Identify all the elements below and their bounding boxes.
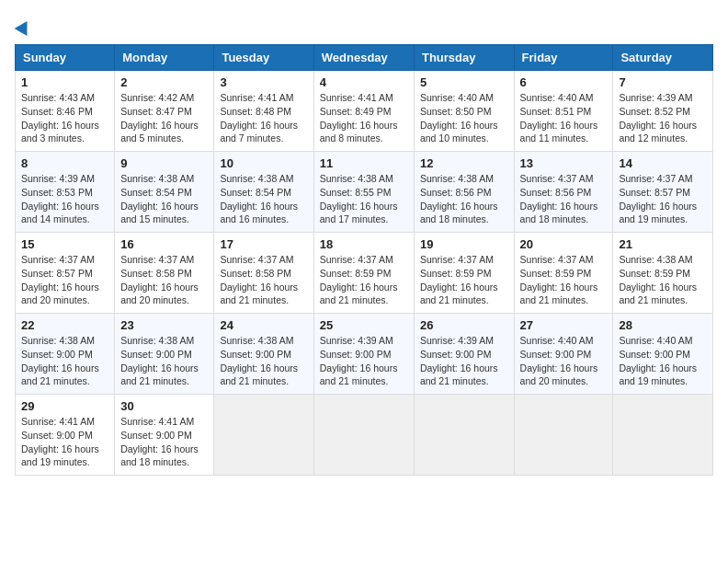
day-number: 1 <box>21 75 108 89</box>
calendar-day-cell <box>414 395 514 476</box>
calendar-header-wednesday: Wednesday <box>313 45 414 71</box>
day-info: Sunrise: 4:40 AMSunset: 9:00 PMDaylight:… <box>619 334 707 388</box>
calendar-day-cell: 13Sunrise: 4:37 AMSunset: 8:56 PMDayligh… <box>514 152 613 233</box>
day-number: 24 <box>220 318 307 332</box>
day-number: 8 <box>21 156 108 170</box>
calendar-week-1: 1Sunrise: 4:43 AMSunset: 8:46 PMDaylight… <box>16 71 713 152</box>
calendar-week-4: 22Sunrise: 4:38 AMSunset: 9:00 PMDayligh… <box>16 314 713 395</box>
day-info: Sunrise: 4:37 AMSunset: 8:59 PMDaylight:… <box>520 253 608 307</box>
calendar-week-2: 8Sunrise: 4:39 AMSunset: 8:53 PMDaylight… <box>16 152 713 233</box>
calendar-day-cell: 3Sunrise: 4:41 AMSunset: 8:48 PMDaylight… <box>214 71 313 152</box>
day-number: 11 <box>320 156 408 170</box>
calendar-day-cell <box>214 395 313 476</box>
day-number: 12 <box>420 156 508 170</box>
day-info: Sunrise: 4:38 AMSunset: 8:59 PMDaylight:… <box>619 253 707 307</box>
calendar-day-cell: 17Sunrise: 4:37 AMSunset: 8:58 PMDayligh… <box>214 233 313 314</box>
calendar-header-tuesday: Tuesday <box>214 45 313 71</box>
calendar-day-cell: 2Sunrise: 4:42 AMSunset: 8:47 PMDaylight… <box>115 71 214 152</box>
day-info: Sunrise: 4:42 AMSunset: 8:47 PMDaylight:… <box>120 91 208 145</box>
calendar-day-cell <box>613 395 713 476</box>
day-number: 17 <box>220 237 307 251</box>
page-header <box>15 15 713 37</box>
day-number: 14 <box>619 156 707 170</box>
calendar-day-cell: 26Sunrise: 4:39 AMSunset: 9:00 PMDayligh… <box>414 314 514 395</box>
day-info: Sunrise: 4:40 AMSunset: 8:50 PMDaylight:… <box>420 91 508 145</box>
day-number: 6 <box>520 75 608 89</box>
calendar-day-cell: 23Sunrise: 4:38 AMSunset: 9:00 PMDayligh… <box>115 314 214 395</box>
day-number: 18 <box>320 237 408 251</box>
calendar-day-cell: 5Sunrise: 4:40 AMSunset: 8:50 PMDaylight… <box>414 71 514 152</box>
calendar-week-3: 15Sunrise: 4:37 AMSunset: 8:57 PMDayligh… <box>16 233 713 314</box>
day-number: 19 <box>420 237 508 251</box>
calendar-header-monday: Monday <box>115 45 214 71</box>
day-number: 29 <box>21 399 108 413</box>
day-number: 30 <box>120 399 208 413</box>
day-info: Sunrise: 4:38 AMSunset: 9:00 PMDaylight:… <box>220 334 307 388</box>
day-info: Sunrise: 4:40 AMSunset: 8:51 PMDaylight:… <box>520 91 608 145</box>
day-info: Sunrise: 4:39 AMSunset: 9:00 PMDaylight:… <box>320 334 408 388</box>
day-info: Sunrise: 4:39 AMSunset: 9:00 PMDaylight:… <box>420 334 508 388</box>
day-info: Sunrise: 4:41 AMSunset: 9:00 PMDaylight:… <box>21 415 108 469</box>
calendar-day-cell: 6Sunrise: 4:40 AMSunset: 8:51 PMDaylight… <box>514 71 613 152</box>
day-info: Sunrise: 4:37 AMSunset: 8:59 PMDaylight:… <box>320 253 408 307</box>
day-info: Sunrise: 4:41 AMSunset: 8:48 PMDaylight:… <box>220 91 307 145</box>
calendar-day-cell: 27Sunrise: 4:40 AMSunset: 9:00 PMDayligh… <box>514 314 613 395</box>
day-info: Sunrise: 4:37 AMSunset: 8:57 PMDaylight:… <box>619 172 707 226</box>
day-info: Sunrise: 4:38 AMSunset: 9:00 PMDaylight:… <box>120 334 208 388</box>
day-info: Sunrise: 4:39 AMSunset: 8:52 PMDaylight:… <box>619 91 707 145</box>
day-number: 22 <box>21 318 108 332</box>
day-info: Sunrise: 4:37 AMSunset: 8:58 PMDaylight:… <box>120 253 208 307</box>
calendar-day-cell: 18Sunrise: 4:37 AMSunset: 8:59 PMDayligh… <box>313 233 414 314</box>
calendar-day-cell: 28Sunrise: 4:40 AMSunset: 9:00 PMDayligh… <box>613 314 713 395</box>
calendar-day-cell: 9Sunrise: 4:38 AMSunset: 8:54 PMDaylight… <box>115 152 214 233</box>
day-number: 15 <box>21 237 108 251</box>
day-info: Sunrise: 4:37 AMSunset: 8:57 PMDaylight:… <box>21 253 108 307</box>
day-number: 23 <box>120 318 208 332</box>
calendar-day-cell: 21Sunrise: 4:38 AMSunset: 8:59 PMDayligh… <box>613 233 713 314</box>
day-info: Sunrise: 4:40 AMSunset: 9:00 PMDaylight:… <box>520 334 608 388</box>
day-number: 2 <box>120 75 208 89</box>
day-number: 28 <box>619 318 707 332</box>
day-info: Sunrise: 4:38 AMSunset: 8:54 PMDaylight:… <box>220 172 307 226</box>
calendar-header-row: SundayMondayTuesdayWednesdayThursdayFrid… <box>16 45 713 71</box>
calendar-day-cell: 24Sunrise: 4:38 AMSunset: 9:00 PMDayligh… <box>214 314 313 395</box>
day-info: Sunrise: 4:38 AMSunset: 8:55 PMDaylight:… <box>320 172 408 226</box>
day-info: Sunrise: 4:41 AMSunset: 8:49 PMDaylight:… <box>320 91 408 145</box>
calendar-table: SundayMondayTuesdayWednesdayThursdayFrid… <box>15 44 713 476</box>
calendar-day-cell: 29Sunrise: 4:41 AMSunset: 9:00 PMDayligh… <box>16 395 115 476</box>
day-number: 27 <box>520 318 608 332</box>
day-info: Sunrise: 4:37 AMSunset: 8:58 PMDaylight:… <box>220 253 307 307</box>
day-info: Sunrise: 4:41 AMSunset: 9:00 PMDaylight:… <box>120 415 208 469</box>
day-number: 10 <box>220 156 307 170</box>
day-info: Sunrise: 4:39 AMSunset: 8:53 PMDaylight:… <box>21 172 108 226</box>
calendar-day-cell: 15Sunrise: 4:37 AMSunset: 8:57 PMDayligh… <box>16 233 115 314</box>
day-number: 9 <box>120 156 208 170</box>
day-info: Sunrise: 4:38 AMSunset: 8:56 PMDaylight:… <box>420 172 508 226</box>
calendar-day-cell: 30Sunrise: 4:41 AMSunset: 9:00 PMDayligh… <box>115 395 214 476</box>
calendar-header-thursday: Thursday <box>414 45 514 71</box>
calendar-day-cell: 7Sunrise: 4:39 AMSunset: 8:52 PMDaylight… <box>613 71 713 152</box>
calendar-day-cell: 20Sunrise: 4:37 AMSunset: 8:59 PMDayligh… <box>514 233 613 314</box>
calendar-day-cell: 16Sunrise: 4:37 AMSunset: 8:58 PMDayligh… <box>115 233 214 314</box>
day-number: 4 <box>320 75 408 89</box>
calendar-day-cell: 14Sunrise: 4:37 AMSunset: 8:57 PMDayligh… <box>613 152 713 233</box>
calendar-day-cell <box>313 395 414 476</box>
calendar-header-sunday: Sunday <box>16 45 115 71</box>
calendar-day-cell: 25Sunrise: 4:39 AMSunset: 9:00 PMDayligh… <box>313 314 414 395</box>
day-number: 3 <box>220 75 307 89</box>
day-number: 25 <box>320 318 408 332</box>
day-info: Sunrise: 4:38 AMSunset: 8:54 PMDaylight:… <box>120 172 208 226</box>
day-info: Sunrise: 4:37 AMSunset: 8:59 PMDaylight:… <box>420 253 508 307</box>
day-number: 21 <box>619 237 707 251</box>
calendar-day-cell <box>514 395 613 476</box>
calendar-day-cell: 8Sunrise: 4:39 AMSunset: 8:53 PMDaylight… <box>16 152 115 233</box>
day-info: Sunrise: 4:43 AMSunset: 8:46 PMDaylight:… <box>21 91 108 145</box>
calendar-day-cell: 19Sunrise: 4:37 AMSunset: 8:59 PMDayligh… <box>414 233 514 314</box>
calendar-day-cell: 22Sunrise: 4:38 AMSunset: 9:00 PMDayligh… <box>16 314 115 395</box>
day-number: 7 <box>619 75 707 89</box>
day-number: 16 <box>120 237 208 251</box>
day-number: 26 <box>420 318 508 332</box>
logo-icon <box>15 17 34 36</box>
calendar-day-cell: 11Sunrise: 4:38 AMSunset: 8:55 PMDayligh… <box>313 152 414 233</box>
calendar-header-saturday: Saturday <box>613 45 713 71</box>
